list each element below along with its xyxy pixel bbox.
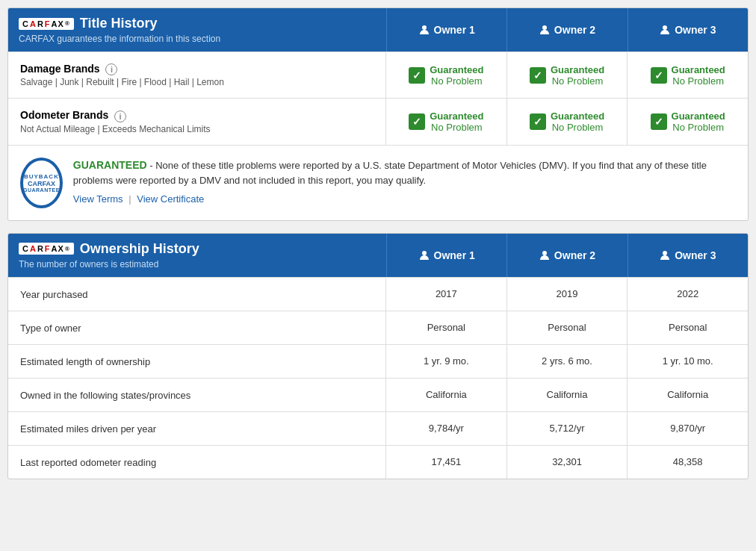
guaranteed-desc-links: View Terms | View Certificate (73, 192, 736, 207)
ownership-history-title-cell: CARFAX® Ownership History The number of … (8, 234, 386, 277)
title-history-section: CARFAX® Title History CARFAX guarantees … (7, 7, 749, 221)
title-owner3-header: Owner 3 (628, 8, 748, 52)
check-icon (651, 67, 667, 84)
damage-brands-info-icon[interactable]: i (105, 63, 117, 75)
odometer-reading-row: Last reported odometer reading 17,451 32… (8, 445, 748, 479)
odometer-brands-owner2-cell: Guaranteed No Problem (507, 99, 628, 144)
svg-point-4 (542, 251, 547, 255)
svg-point-3 (422, 251, 427, 255)
no-problem-label: No Problem (672, 75, 725, 87)
view-certificate-link[interactable]: View Certificate (137, 193, 204, 205)
person-icon (660, 25, 670, 35)
guaranteed-label: Guaranteed (672, 64, 725, 75)
year-purchased-label: Year purchased (8, 278, 386, 311)
miles-driven-row: Estimated miles driven per year 9,784/yr… (8, 411, 748, 445)
check-icon (530, 113, 546, 130)
odometer-brands-sublabel: Not Actual Mileage | Exceeds Mechanical … (20, 124, 374, 134)
check-icon (409, 67, 425, 84)
no-problem-label: No Problem (672, 122, 725, 133)
miles-driven-owner2: 5,712/yr (507, 412, 628, 445)
ownership-history-label: Ownership History (80, 241, 199, 257)
damage-brands-owner2-cell: Guaranteed No Problem (507, 52, 628, 98)
type-of-owner-owner1: Personal (386, 311, 507, 344)
check-icon (409, 113, 425, 130)
carfax-logo-2: CARFAX® (19, 243, 74, 255)
miles-driven-label: Estimated miles driven per year (8, 412, 386, 445)
guaranteed-description: BUYBACK CARFAX GUARANTEE GUARANTEED - No… (8, 145, 748, 220)
year-purchased-owner3: 2022 (628, 278, 748, 311)
check-icon (530, 67, 546, 84)
estimated-length-owner1: 1 yr. 9 mo. (386, 345, 507, 378)
ownership-owner2-header: Owner 2 (506, 234, 627, 277)
guaranteed-desc-body: - None of these title problems were repo… (73, 160, 707, 186)
estimated-length-row: Estimated length of ownership 1 yr. 9 mo… (8, 344, 748, 378)
damage-brands-sublabel: Salvage | Junk | Rebuilt | Fire | Flood … (20, 77, 374, 87)
svg-point-2 (663, 25, 667, 30)
guaranteed-label: Guaranteed (430, 64, 483, 75)
ownership-history-section: CARFAX® Ownership History The number of … (7, 233, 749, 479)
view-terms-link[interactable]: View Terms (73, 193, 123, 205)
ownership-owner1-header: Owner 1 (386, 234, 506, 277)
no-problem-label: No Problem (551, 75, 604, 87)
guaranteed-badge: Guaranteed No Problem (409, 64, 483, 87)
guaranteed-label: Guaranteed (551, 110, 604, 122)
no-problem-label: No Problem (430, 122, 483, 133)
odometer-brands-row: Odometer Brands i Not Actual Mileage | E… (8, 98, 748, 144)
guaranteed-label: Guaranteed (551, 64, 604, 75)
carfax-logo: CARFAX® (19, 18, 74, 30)
title-owner2-header: Owner 2 (506, 8, 627, 52)
odometer-brands-owner1-cell: Guaranteed No Problem (386, 99, 507, 144)
no-problem-label: No Problem (430, 75, 483, 87)
title-history-header: CARFAX® Title History CARFAX guarantees … (8, 8, 748, 52)
year-purchased-owner2: 2019 (507, 278, 628, 311)
svg-point-0 (422, 25, 427, 30)
year-purchased-owner1: 2017 (386, 278, 507, 311)
title-history-label: Title History (80, 16, 158, 31)
type-of-owner-label: Type of owner (8, 311, 386, 344)
odometer-brands-owner3-cell: Guaranteed No Problem (628, 99, 748, 144)
estimated-length-owner2: 2 yrs. 6 mo. (507, 345, 628, 378)
svg-point-5 (663, 251, 667, 255)
owned-states-owner3: California (628, 379, 748, 411)
title-history-subtitle: CARFAX guarantees the information in thi… (19, 34, 376, 44)
damage-brands-owner1-cell: Guaranteed No Problem (386, 52, 507, 98)
no-problem-label: No Problem (551, 122, 604, 133)
guaranteed-badge: Guaranteed No Problem (651, 110, 725, 133)
person-icon (539, 250, 550, 261)
odometer-brands-label: Odometer Brands i Not Actual Mileage | E… (8, 99, 386, 144)
buyback-guarantee-badge: BUYBACK CARFAX GUARANTEE (20, 158, 63, 208)
miles-driven-owner3: 9,870/yr (628, 412, 748, 445)
odometer-brands-info-icon[interactable]: i (114, 110, 126, 122)
odometer-reading-owner2: 32,301 (507, 446, 628, 479)
title-history-title-cell: CARFAX® Title History CARFAX guarantees … (8, 8, 386, 52)
damage-brands-label: Damage Brands i Salvage | Junk | Rebuilt… (8, 52, 386, 98)
guaranteed-badge: Guaranteed No Problem (530, 64, 604, 87)
owned-states-label: Owned in the following states/provinces (8, 379, 386, 411)
person-icon (660, 250, 670, 261)
guaranteed-label: Guaranteed (430, 110, 483, 122)
odometer-reading-owner3: 48,358 (628, 446, 748, 479)
person-icon (539, 25, 550, 35)
guaranteed-desc-text: GUARANTEED - None of these title problem… (73, 158, 736, 207)
svg-point-1 (542, 25, 547, 30)
guaranteed-title: GUARANTEED (73, 159, 147, 171)
ownership-history-subtitle: The number of owners is estimated (19, 259, 376, 270)
guaranteed-badge: Guaranteed No Problem (651, 64, 725, 87)
person-icon (419, 250, 430, 261)
owned-states-owner1: California (386, 379, 507, 411)
guaranteed-label: Guaranteed (672, 110, 725, 122)
estimated-length-label: Estimated length of ownership (8, 345, 386, 378)
owned-states-row: Owned in the following states/provinces … (8, 378, 748, 411)
guaranteed-badge: Guaranteed No Problem (409, 110, 483, 133)
check-icon (651, 113, 667, 130)
person-icon (419, 25, 430, 35)
miles-driven-owner1: 9,784/yr (386, 412, 507, 445)
odometer-reading-owner1: 17,451 (386, 446, 507, 479)
guaranteed-badge: Guaranteed No Problem (530, 110, 604, 133)
damage-brands-owner3-cell: Guaranteed No Problem (628, 52, 748, 98)
ownership-owner3-header: Owner 3 (628, 234, 748, 277)
ownership-history-header: CARFAX® Ownership History The number of … (8, 234, 748, 277)
type-of-owner-row: Type of owner Personal Personal Personal (8, 311, 748, 344)
year-purchased-row: Year purchased 2017 2019 2022 (8, 277, 748, 311)
odometer-reading-label: Last reported odometer reading (8, 446, 386, 479)
